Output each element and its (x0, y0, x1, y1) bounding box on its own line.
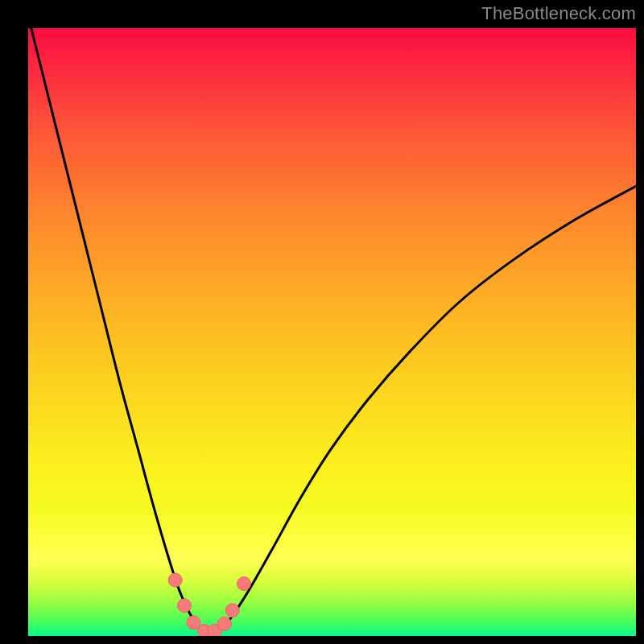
curve-layer (28, 28, 636, 636)
data-marker (178, 599, 192, 613)
data-marker (225, 604, 239, 617)
plot-area (28, 28, 636, 636)
watermark-text: TheBottleneck.com (481, 3, 636, 24)
chart-frame: TheBottleneck.com (0, 0, 644, 644)
bottleneck-curve (28, 28, 636, 633)
data-marker (168, 573, 182, 587)
data-marker (237, 577, 251, 591)
data-marker (217, 617, 231, 630)
